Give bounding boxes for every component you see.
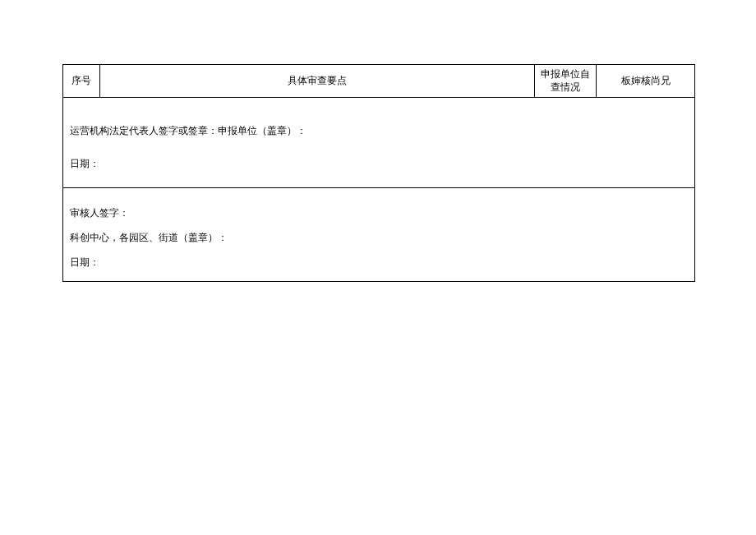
- signature-cell-1: 运营机构法定代表人签字或签章：申报单位（盖章）： 日期：: [63, 98, 695, 188]
- form-table-container: 序号 具体审查要点 申报单位自查情况 板婶核尚兄 运营机构法定代表人签字或签章：…: [62, 64, 695, 282]
- header-review: 板婶核尚兄: [597, 65, 695, 98]
- table-header-row: 序号 具体审查要点 申报单位自查情况 板婶核尚兄: [63, 65, 695, 98]
- signature-cell-2: 审核人签字： 科创中心，各园区、街道（盖章）： 日期：: [63, 188, 695, 282]
- signature-row-1: 运营机构法定代表人签字或签章：申报单位（盖章）： 日期：: [63, 98, 695, 188]
- form-table: 序号 具体审查要点 申报单位自查情况 板婶核尚兄 运营机构法定代表人签字或签章：…: [62, 64, 695, 282]
- dept-stamp: 科创中心，各园区、街道（盖章）：: [70, 229, 688, 247]
- header-selfcheck: 申报单位自查情况: [535, 65, 597, 98]
- signature-row-2: 审核人签字： 科创中心，各园区、街道（盖章）： 日期：: [63, 188, 695, 282]
- header-seq: 序号: [63, 65, 100, 98]
- header-main: 具体审查要点: [99, 65, 534, 98]
- sign2-date: 日期：: [70, 254, 688, 272]
- sign1-line1: 运营机构法定代表人签字或签章：申报单位（盖章）：: [70, 122, 688, 141]
- reviewer-sign: 审核人签字：: [70, 205, 688, 223]
- sign1-date: 日期：: [70, 155, 688, 173]
